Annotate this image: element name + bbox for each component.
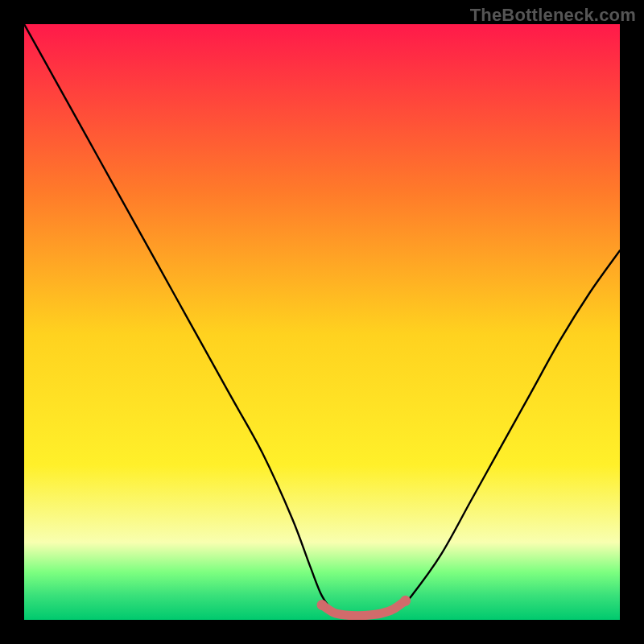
watermark-text: TheBottleneck.com xyxy=(470,5,636,26)
optimal-band-end-left xyxy=(317,600,328,610)
chart-frame: TheBottleneck.com xyxy=(0,0,644,644)
plot-area xyxy=(24,24,620,620)
gradient-background xyxy=(24,24,620,620)
optimal-band-end-right xyxy=(400,596,411,606)
bottleneck-chart xyxy=(24,24,620,620)
